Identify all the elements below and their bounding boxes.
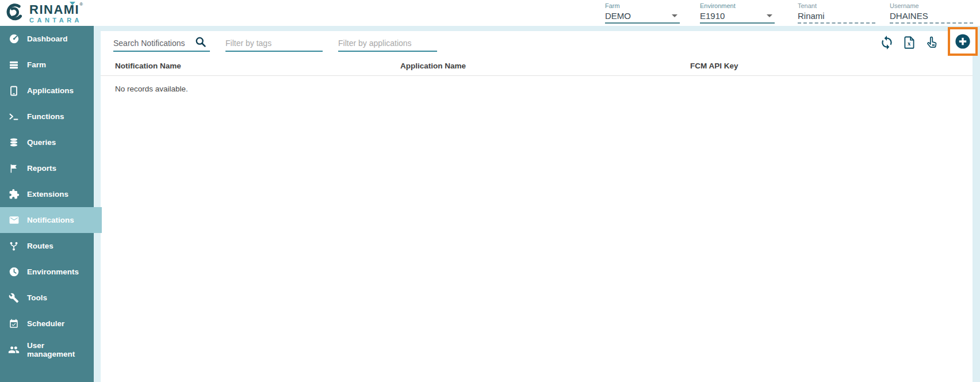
farm-label: Farm (605, 2, 680, 9)
sidebar-item-scheduler[interactable]: Scheduler (0, 311, 94, 337)
column-header-application-name: Application Name (386, 62, 676, 70)
username-label: Username (890, 2, 973, 9)
sidebar-item-applications[interactable]: Applications (0, 78, 94, 104)
empty-table-message: No records available. (101, 76, 973, 102)
queries-icon (8, 137, 20, 148)
sidebar-item-label: Reports (27, 164, 56, 173)
functions-icon (8, 111, 20, 123)
applications-icon (8, 85, 20, 97)
tenant-field: Tenant Rinami (798, 2, 875, 24)
sidebar-nav: Dashboard Farm Applications Functions Qu… (0, 26, 94, 382)
sidebar-item-label: Tools (27, 293, 47, 302)
notifications-toolbar: x (101, 31, 973, 56)
environment-label: Environment (700, 2, 775, 9)
chevron-down-icon[interactable] (767, 14, 772, 17)
brand-flag-icon (70, 2, 75, 5)
filter-by-tags-input[interactable] (225, 39, 323, 48)
refresh-icon[interactable] (879, 35, 894, 50)
sidebar-item-functions[interactable]: Functions (0, 104, 94, 129)
environment-value: E1910 (700, 11, 725, 21)
filter-by-applications-input[interactable] (338, 39, 437, 48)
svg-text:x: x (908, 40, 911, 47)
add-icon[interactable] (955, 33, 971, 49)
sidebar-item-label: Applications (27, 86, 74, 95)
environment-selector[interactable]: Environment E1910 (700, 2, 775, 24)
sidebar-item-queries[interactable]: Queries (0, 129, 94, 155)
sidebar-item-label: Dashboard (27, 35, 68, 43)
sidebar-item-reports[interactable]: Reports (0, 155, 94, 181)
extensions-icon (8, 189, 20, 200)
search-notifications-input[interactable] (113, 39, 195, 48)
column-header-fcm-api-key: FCM API Key (676, 62, 973, 70)
tenant-value: Rinami (798, 11, 825, 21)
sidebar-item-tools[interactable]: Tools (0, 285, 94, 311)
notifications-panel: x Notification Name Application Name FCM… (101, 31, 973, 382)
search-notifications-field[interactable] (113, 32, 210, 52)
environments-icon (8, 266, 20, 278)
sidebar-item-farm[interactable]: Farm (0, 52, 94, 78)
sidebar-item-label: Farm (27, 60, 46, 69)
sidebar-item-label: Extensions (27, 190, 68, 198)
sidebar-item-routes[interactable]: Routes (0, 233, 94, 259)
sidebar-item-label: Scheduler (27, 319, 64, 328)
main-content-area: x Notification Name Application Name FCM… (94, 26, 980, 382)
sidebar-item-user-management[interactable]: User management (0, 337, 94, 362)
sidebar-item-notifications[interactable]: Notifications (0, 207, 102, 233)
farm-selector[interactable]: Farm DEMO (605, 2, 680, 24)
top-header-bar: RINAMI® CANTARA Farm DEMO Environment E1… (0, 0, 980, 26)
sidebar-item-label: Functions (27, 112, 64, 121)
hand-pointer-icon[interactable] (924, 35, 939, 50)
farm-value: DEMO (605, 11, 631, 21)
search-icon[interactable] (195, 36, 206, 48)
app-logo: RINAMI® CANTARA (4, 1, 83, 25)
sidebar-item-dashboard[interactable]: Dashboard (0, 26, 94, 52)
sidebar-item-extensions[interactable]: Extensions (0, 181, 94, 207)
scheduler-icon (8, 318, 20, 330)
notifications-icon (8, 215, 20, 226)
excel-export-icon[interactable]: x (902, 35, 917, 50)
add-button-highlight-box (948, 27, 978, 56)
farm-icon (8, 59, 20, 71)
notifications-table-header: Notification Name Application Name FCM A… (101, 56, 973, 76)
chevron-down-icon[interactable] (672, 14, 677, 17)
sidebar-item-label: Environments (27, 268, 79, 276)
username-value: DHAINES (890, 11, 928, 21)
column-header-notification-name: Notification Name (101, 62, 386, 70)
sidebar-item-label: User management (27, 341, 94, 358)
filter-by-tags-field[interactable] (225, 32, 323, 52)
sidebar-item-label: Queries (27, 138, 56, 147)
user-management-icon (8, 344, 20, 356)
sidebar-item-label: Notifications (27, 216, 74, 224)
tools-icon (8, 292, 20, 304)
filter-by-applications-field[interactable] (338, 32, 437, 52)
rinami-swirl-logo-icon (4, 1, 26, 25)
tenant-label: Tenant (798, 2, 875, 9)
registered-mark: ® (79, 2, 83, 7)
dashboard-icon (8, 33, 20, 45)
sidebar-item-environments[interactable]: Environments (0, 259, 94, 285)
brand-subname: CANTARA (29, 17, 83, 24)
username-field: Username DHAINES (890, 2, 973, 24)
routes-icon (8, 240, 20, 252)
sidebar-item-label: Routes (27, 242, 53, 250)
reports-icon (8, 163, 20, 174)
